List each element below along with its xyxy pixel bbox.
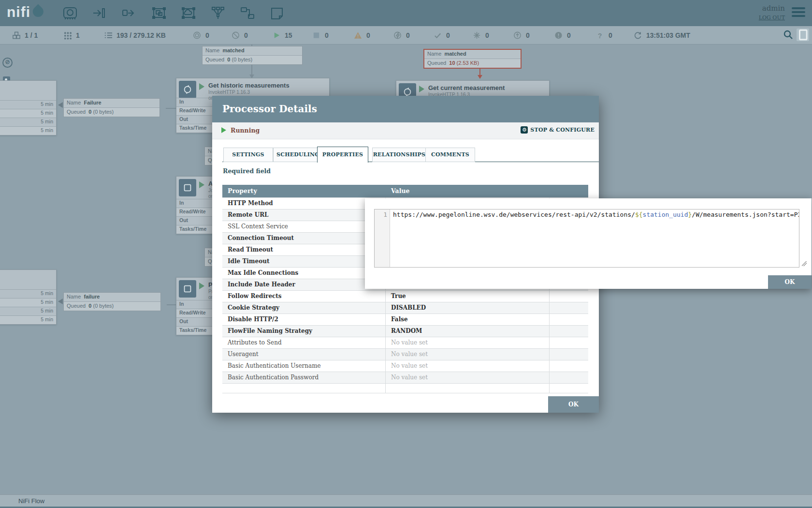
- transmitting-icon: [192, 30, 202, 40]
- table-header-row: Property Value: [222, 185, 588, 197]
- remote-process-group-icon[interactable]: [180, 5, 197, 21]
- status-value: 0: [567, 31, 571, 39]
- label-icon[interactable]: [269, 5, 285, 21]
- status-value: 0: [446, 31, 450, 39]
- popup-ok-button[interactable]: OK: [768, 275, 812, 289]
- connection-label-matched-highlighted[interactable]: Name matched Queued 10 (2.53 KB): [423, 49, 522, 69]
- property-column-header: Property: [222, 185, 386, 197]
- processor-clipped-left-bottom[interactable]: 5 min 5 min 5 min 5 min: [0, 269, 57, 325]
- hide-palette-icon[interactable]: [797, 29, 809, 41]
- status-value: 0: [205, 31, 209, 39]
- property-value-cell[interactable]: True: [386, 291, 550, 302]
- global-menu-icon[interactable]: [792, 7, 805, 18]
- property-row: Basic Authentication UsernameNo value se…: [222, 360, 588, 372]
- nifi-logo: nifi: [7, 4, 42, 20]
- cluster-icon: [12, 30, 21, 40]
- tab-properties[interactable]: PROPERTIES: [317, 147, 368, 163]
- row-end-cell: [550, 372, 588, 383]
- property-name-cell: Max Idle Connections: [222, 268, 386, 279]
- property-name-cell: Basic Authentication Username: [222, 360, 386, 372]
- remote-url-value[interactable]: https://www.pegelonline.wsv.de/webservic…: [390, 209, 799, 267]
- stop-and-configure-button[interactable]: ⚙ STOP & CONFIGURE: [521, 126, 594, 134]
- funnel-icon[interactable]: [210, 5, 226, 21]
- property-row: Disable HTTP/2False: [222, 314, 588, 325]
- connection-label-matched[interactable]: Name matched Queued 0 (0 bytes): [202, 46, 303, 65]
- connection-label-failure[interactable]: Name Failure Queued 0 (0 bytes): [63, 98, 160, 117]
- processor-clipped-left-top[interactable]: 5 min 5 min 5 min 5 min: [0, 80, 57, 135]
- status-value: 0: [406, 31, 410, 39]
- property-value-cell[interactable]: DISABLED: [386, 302, 550, 314]
- property-value-cell[interactable]: No value set: [386, 349, 550, 360]
- running-status-icon: [199, 181, 204, 188]
- property-row: Attributes to SendNo value set: [222, 337, 588, 348]
- tab-relationships[interactable]: RELATIONSHIPS: [372, 148, 426, 162]
- property-value-cell[interactable]: False: [386, 314, 550, 325]
- dialog-ok-button[interactable]: OK: [548, 396, 599, 413]
- row-end-cell: [550, 302, 588, 314]
- property-value-cell[interactable]: No value set: [386, 337, 550, 348]
- property-value-cell[interactable]: No value set: [386, 360, 550, 372]
- stopped-badge-icon: ⊘: [2, 58, 13, 68]
- search-icon[interactable]: [783, 30, 794, 40]
- tab-settings[interactable]: SETTINGS: [223, 148, 273, 162]
- status-value: 1: [76, 31, 80, 39]
- sync-failure-icon: ?: [595, 30, 605, 40]
- processor-stats: 5 min 5 min 5 min 5 min: [0, 100, 56, 135]
- logout-link[interactable]: LOG OUT: [759, 15, 785, 21]
- connection-label-failure-lower[interactable]: Name failure Queued 0 (0 bytes): [63, 292, 161, 311]
- connection-arrow-icon: [58, 102, 63, 108]
- refresh-icon: [633, 30, 643, 40]
- status-value: 0: [526, 31, 530, 39]
- tab-scheduling[interactable]: SCHEDULING: [273, 148, 323, 162]
- property-row: FlowFile Naming StrategyRANDOM: [222, 325, 588, 337]
- property-name-cell: Disable HTTP/2: [222, 314, 386, 325]
- property-name-cell: Connection Timeout: [222, 233, 386, 244]
- status-value: 13:51:03 GMT: [646, 31, 690, 39]
- status-threads: 1: [63, 26, 80, 44]
- property-name-cell: HTTP Method: [222, 198, 386, 209]
- breadcrumb[interactable]: NiFi Flow: [18, 497, 44, 505]
- property-name-cell: Include Date Header: [222, 279, 386, 290]
- row-end-cell: [550, 349, 588, 360]
- stopped-icon: [312, 30, 321, 40]
- output-port-icon[interactable]: [121, 5, 137, 21]
- connection-line: [167, 304, 176, 305]
- property-row: Follow RedirectsTrue: [222, 290, 588, 302]
- status-refresh: 13:51:03 GMT: [633, 26, 690, 44]
- running-icon: [272, 30, 281, 40]
- template-icon[interactable]: [239, 5, 256, 21]
- processor-type-icon: [179, 179, 196, 196]
- running-status-icon: [199, 83, 204, 90]
- status-disabled: 0: [393, 26, 410, 44]
- dialog-header[interactable]: Processor Details: [212, 96, 599, 122]
- status-not-transmitting: 0: [231, 26, 248, 44]
- row-end-cell: [550, 291, 588, 302]
- dialog-title: Processor Details: [222, 103, 317, 115]
- property-row: Basic Authentication PasswordNo value se…: [222, 372, 588, 383]
- status-running: 15: [272, 26, 292, 44]
- property-name-cell: Cookie Strategy: [222, 302, 386, 314]
- property-name-cell: Remote URL: [222, 209, 386, 221]
- dialog-status-strip: Running ⚙ STOP & CONFIGURE: [212, 122, 599, 139]
- processor-type-icon: [179, 280, 196, 298]
- property-value-cell[interactable]: RANDOM: [386, 326, 550, 337]
- status-stale: 0: [513, 26, 530, 44]
- value-column-header: Value: [386, 185, 550, 197]
- resize-handle-icon[interactable]: [802, 261, 807, 266]
- row-end-cell: [550, 360, 588, 372]
- processor-icon[interactable]: [62, 5, 78, 21]
- property-value-cell[interactable]: No value set: [386, 372, 550, 383]
- breadcrumb-bar: NiFi Flow: [0, 494, 812, 507]
- status-value: 0: [244, 31, 248, 39]
- tab-comments[interactable]: COMMENTS: [425, 148, 475, 162]
- app-header: nifi admin LOG OUT: [0, 0, 812, 26]
- property-name-cell: Useragent: [222, 349, 386, 360]
- current-user: admin: [759, 4, 785, 13]
- property-name-cell: [222, 384, 386, 393]
- input-port-icon[interactable]: [91, 5, 107, 21]
- value-editor[interactable]: 1 https://www.pegelonline.wsv.de/webserv…: [374, 209, 799, 268]
- status-value: 0: [485, 31, 489, 39]
- process-group-icon[interactable]: [151, 5, 167, 21]
- line-number-gutter: 1: [375, 209, 390, 267]
- property-value-cell[interactable]: [386, 384, 550, 393]
